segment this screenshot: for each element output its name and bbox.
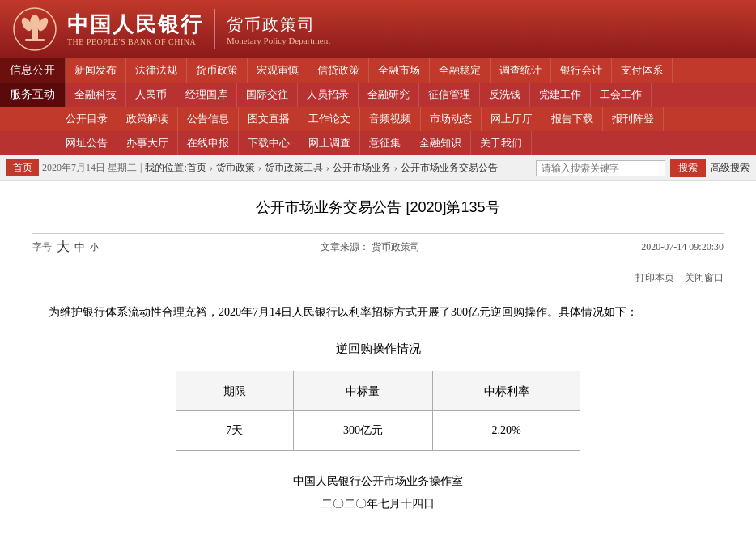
search-button[interactable]: 搜索 — [670, 159, 706, 177]
logo-area: 中国人民银行 THE PEOPLE'S BANK OF CHINA — [12, 6, 203, 52]
breadcrumb-item-1[interactable]: 货币政策 — [216, 161, 255, 175]
nav-rmb[interactable]: 人民币 — [126, 83, 176, 107]
nav-images[interactable]: 图文直播 — [239, 107, 299, 131]
nav-credit-mgmt[interactable]: 征信管理 — [419, 83, 480, 107]
nav-news[interactable]: 新闻发布 — [66, 58, 126, 83]
col-amount: 中标量 — [293, 371, 433, 411]
article-meta: 字号 大 中 小 文章来源： 货币政策司 2020-07-14 09:20:30 — [32, 233, 724, 261]
nav-row-1-items: 新闻发布 法律法规 货币政策 宏观审慎 信贷政策 全融市场 全融稳定 调查统计 … — [66, 58, 756, 83]
nav-policy-explain[interactable]: 政策解读 — [117, 107, 178, 131]
breadcrumb-item-4[interactable]: 公开市场业务交易公告 — [401, 161, 498, 175]
svg-rect-2 — [32, 29, 38, 40]
article-title: 公开市场业务交易公告 [2020]第135号 — [32, 197, 724, 217]
nav-treasury[interactable]: 经理国库 — [176, 83, 237, 107]
nav-row-1: 信息公开 新闻发布 法律法规 货币政策 宏观审慎 信贷政策 全融市场 全融稳定 … — [0, 58, 756, 83]
article-body: 为维护银行体系流动性合理充裕，2020年7月14日人民银行以利率招标方式开展了3… — [32, 293, 724, 524]
sep2: › — [258, 162, 261, 174]
nav-reports[interactable]: 报告下载 — [542, 107, 603, 131]
nav-union[interactable]: 工会工作 — [591, 83, 652, 107]
article-footer: 中国人民银行公开市场业务操作室 二〇二〇年七月十四日 — [49, 470, 707, 516]
header-divider — [214, 9, 215, 49]
nav-market-state[interactable]: 市场动态 — [421, 107, 482, 131]
font-medium-btn[interactable]: 中 — [74, 240, 85, 255]
sep3: › — [326, 162, 329, 174]
logo-text: 中国人民银行 THE PEOPLE'S BANK OF CHINA — [67, 12, 203, 46]
nav-law[interactable]: 法律法规 — [126, 58, 187, 83]
font-small-btn[interactable]: 小 — [90, 241, 99, 253]
svg-rect-5 — [25, 39, 45, 41]
table-row: 7天 300亿元 2.20% — [176, 411, 580, 451]
dept-name-en: Monetary Policy Department — [227, 36, 330, 45]
nav-recruit[interactable]: 人员招录 — [298, 83, 359, 107]
nav-papers[interactable]: 工作论文 — [299, 107, 360, 131]
nav-open-catalog[interactable]: 公开目录 — [57, 107, 117, 131]
dept-info: 货币政策司 Monetary Policy Department — [227, 14, 330, 45]
nav-monetary[interactable]: 货币政策 — [187, 58, 248, 83]
nav-banking[interactable]: 银行会计 — [551, 58, 612, 83]
nav-online-filing[interactable]: 在线申报 — [178, 131, 239, 155]
nav-media[interactable]: 音频视频 — [360, 107, 421, 131]
sep1: › — [210, 162, 213, 174]
col-term: 期限 — [176, 371, 294, 411]
breadcrumb-left: 首页 2020年7月14日 星期二 | 我的位置:首页 › 货币政策 › 货币政… — [6, 159, 498, 176]
body-paragraph: 为维护银行体系流动性合理充裕，2020年7月14日人民银行以利率招标方式开展了3… — [49, 301, 707, 324]
nav-fintech[interactable]: 全融科技 — [66, 83, 126, 107]
nav-stability[interactable]: 全融稳定 — [430, 58, 491, 83]
nav-row-2-items: 全融科技 人民币 经理国库 国际交往 人员招录 全融研究 征信管理 反洗钱 党建… — [66, 83, 756, 107]
nav-row-4-items: 网址公告 办事大厅 在线申报 下载中心 网上调查 意征集 全融知识 关于我们 — [57, 131, 756, 155]
source-label: 文章来源： — [321, 241, 369, 253]
nav-stats[interactable]: 调查统计 — [491, 58, 551, 83]
nav-fin-knowledge[interactable]: 全融知识 — [410, 131, 471, 155]
breadcrumb-item-2[interactable]: 货币政策工具 — [265, 161, 323, 175]
nav-about[interactable]: 关于我们 — [471, 131, 532, 155]
nav-payment[interactable]: 支付体系 — [612, 58, 673, 83]
main-nav: 信息公开 新闻发布 法律法规 货币政策 宏观审慎 信贷政策 全融市场 全融稳定 … — [0, 58, 756, 155]
search-input[interactable] — [536, 160, 665, 176]
article-date: 2020-07-14 09:20:30 — [641, 241, 724, 253]
close-link[interactable]: 关闭窗口 — [685, 272, 724, 283]
font-label: 字号 — [32, 240, 52, 254]
footer-org: 中国人民银行公开市场业务操作室 — [49, 470, 707, 493]
article-content: 公开市场业务交易公告 [2020]第135号 字号 大 中 小 文章来源： 货币… — [0, 181, 756, 539]
nav-macro[interactable]: 宏观审慎 — [248, 58, 308, 83]
nav-intl[interactable]: 国际交往 — [237, 83, 298, 107]
article-source: 文章来源： 货币政策司 — [321, 240, 420, 254]
date-display: 2020年7月14日 星期二 — [42, 161, 137, 175]
nav-label-service: 服务互动 — [0, 83, 66, 107]
nav-research[interactable]: 全融研究 — [359, 83, 419, 107]
table-section-title: 逆回购操作情况 — [49, 337, 707, 361]
font-size-control: 字号 大 中 小 — [32, 239, 99, 256]
nav-announcements[interactable]: 公告信息 — [178, 107, 239, 131]
breadcrumb-right: 搜索 高级搜索 — [536, 159, 750, 177]
header: 中国人民银行 THE PEOPLE'S BANK OF CHINA 货币政策司 … — [0, 0, 756, 58]
advanced-search-link[interactable]: 高级搜索 — [711, 161, 750, 175]
nav-aml[interactable]: 反洗钱 — [480, 83, 530, 107]
table-header-row: 期限 中标量 中标利率 — [176, 371, 580, 411]
nav-credit[interactable]: 信贷政策 — [308, 58, 369, 83]
nav-feedback[interactable]: 意征集 — [360, 131, 410, 155]
font-large-btn[interactable]: 大 — [57, 239, 70, 256]
nav-survey[interactable]: 网上调查 — [299, 131, 360, 155]
bank-emblem — [12, 6, 57, 52]
nav-press[interactable]: 报刊阵登 — [603, 107, 664, 131]
breadcrumb-bar: 首页 2020年7月14日 星期二 | 我的位置:首页 › 货币政策 › 货币政… — [0, 155, 756, 181]
nav-online-hall[interactable]: 网上厅厅 — [482, 107, 542, 131]
source-value: 货币政策司 — [372, 241, 420, 253]
nav-market[interactable]: 全融市场 — [369, 58, 430, 83]
footer-date: 二〇二〇年七月十四日 — [49, 493, 707, 516]
nav-url-notice[interactable]: 网址公告 — [57, 131, 117, 155]
nav-service-hall[interactable]: 办事大厅 — [117, 131, 178, 155]
nav-row-2: 服务互动 全融科技 人民币 经理国库 国际交往 人员招录 全融研究 征信管理 反… — [0, 83, 756, 107]
home-button[interactable]: 首页 — [6, 159, 39, 176]
breadcrumb-pos[interactable]: 我的位置:首页 — [145, 161, 206, 175]
nav-downloads[interactable]: 下载中心 — [239, 131, 299, 155]
nav-row-3-items: 公开目录 政策解读 公告信息 图文直播 工作论文 音频视频 市场动态 网上厅厅 … — [57, 107, 756, 131]
dept-name-cn: 货币政策司 — [227, 14, 330, 36]
cell-term: 7天 — [176, 411, 294, 451]
bank-name-en: THE PEOPLE'S BANK OF CHINA — [67, 37, 203, 46]
breadcrumb-item-3[interactable]: 公开市场业务 — [333, 161, 391, 175]
print-link[interactable]: 打印本页 — [635, 272, 674, 283]
nav-party[interactable]: 党建工作 — [530, 83, 591, 107]
col-rate: 中标利率 — [433, 371, 580, 411]
nav-row-4: 网址公告 办事大厅 在线申报 下载中心 网上调查 意征集 全融知识 关于我们 — [0, 131, 756, 155]
